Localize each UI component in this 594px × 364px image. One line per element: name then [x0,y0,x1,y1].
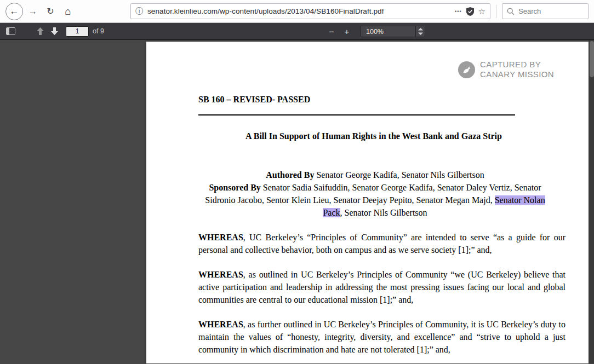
scrollbar-thumb[interactable] [590,41,594,77]
heading-rule [198,114,515,115]
pdf-viewer[interactable]: CAPTURED BY CANARY MISSION SB 160 – REVI… [0,40,594,363]
sidebar-toggle-icon [6,27,15,35]
authored-label: Authored By [266,170,314,180]
forward-icon: → [28,7,37,16]
refresh-button[interactable]: ↻ [43,4,58,19]
document-content: SB 160 – REVISED- PASSED A Bill In Suppo… [198,42,566,356]
authored-text: Senator George Kadifa, Senator Nils Gilb… [314,170,484,180]
search-input[interactable] [518,7,584,15]
zoom-out-icon: − [329,27,334,36]
url-bar[interactable]: ⓘ senator.kleinlieu.com/wp-content/uploa… [130,3,490,19]
pdf-toolbar: of 9 − + 100% [0,23,594,40]
toolbar-divider [496,5,496,18]
back-button[interactable]: ← [5,3,23,20]
sponsored-line: Sponsored By Senator Sadia Saifuddin, Se… [198,181,552,219]
document-heading: SB 160 – REVISED- PASSED [198,93,566,106]
pdf-page: CAPTURED BY CANARY MISSION SB 160 – REVI… [146,42,589,363]
url-text[interactable]: senator.kleinlieu.com/wp-content/uploads… [147,7,450,15]
home-button[interactable]: ⌂ [60,4,76,19]
scrollbar[interactable] [589,40,594,363]
search-box[interactable] [502,3,589,19]
whereas-text: , as further outlined in UC Berkeley’s P… [198,320,566,354]
site-info-icon[interactable]: ⓘ [135,7,143,16]
search-icon [507,8,515,15]
whereas-paragraph-3: WHEREAS, as further outlined in UC Berke… [198,318,566,356]
bill-title: A Bill In Support of Human Rights in the… [198,130,549,142]
zoom-select[interactable]: 100% [361,26,425,37]
whereas-label: WHEREAS [198,320,243,329]
zoom-in-button[interactable]: + [340,25,354,38]
page-down-icon [51,27,58,35]
page-number-input[interactable] [66,26,89,37]
zoom-controls: − + 100% [324,23,425,40]
zoom-in-icon: + [345,27,350,36]
forward-button[interactable]: → [25,4,41,19]
sponsored-after: , Senator Nils Gilbertson [340,208,427,217]
whereas-text: , as outlined in UC Berkeley’s Principle… [198,270,566,304]
browser-toolbar: ← → ↻ ⌂ ⓘ senator.kleinlieu.com/wp-conte… [0,0,594,23]
whereas-label: WHEREAS [198,270,243,279]
whereas-paragraph-1: WHEREAS, UC Berkeley’s “Principles of Co… [198,231,566,256]
sponsored-label: Sponsored By [209,183,260,192]
whereas-label: WHEREAS [198,233,243,242]
home-icon: ⌂ [65,5,71,18]
bookmark-star-icon[interactable]: ☆ [478,7,486,16]
back-icon: ← [10,6,19,17]
refresh-icon: ↻ [47,6,54,16]
zoom-spinner-icon [415,26,425,37]
page-actions-icon[interactable]: ••• [455,9,461,14]
zoom-out-button[interactable]: − [324,25,339,38]
shield-icon[interactable] [466,7,474,16]
previous-page-button[interactable] [33,25,47,38]
authored-line: Authored By Senator George Kadifa, Senat… [198,169,552,181]
whereas-text: , UC Berkeley’s “Principles of Community… [198,233,566,255]
page-up-icon [37,27,44,35]
toggle-sidebar-button[interactable] [3,25,18,38]
byline-block: Authored By Senator George Kadifa, Senat… [198,169,552,219]
page-count-label: of 9 [93,27,104,35]
zoom-level-value: 100% [361,28,415,36]
next-page-button[interactable] [47,25,61,38]
whereas-paragraph-2: WHEREAS, as outlined in UC Berkeley’s Pr… [198,268,566,306]
